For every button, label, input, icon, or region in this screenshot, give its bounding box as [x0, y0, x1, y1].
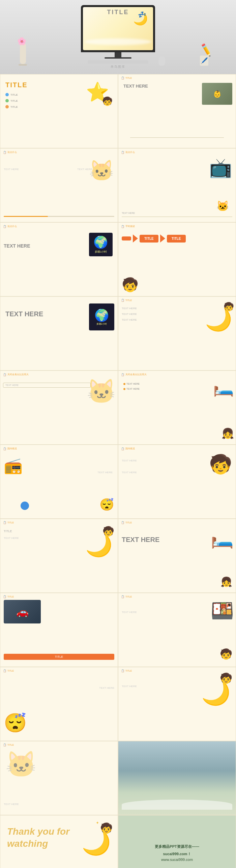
slide-row-9: 📋 TITLE 😴 TEXT HERE 📋 TITLE TEXT HERE 🌙 …: [0, 667, 236, 741]
monitor-label: 单鸟图库: [111, 65, 125, 69]
photo-content: 👶: [202, 83, 232, 105]
girl-14: 👧: [220, 576, 232, 587]
slide12-text1: TEXT HERE: [122, 457, 137, 463]
slide-title-list: TITLE TITLE TITLE TITLE ⭐ 🧒: [0, 74, 118, 148]
person-slide12: 🧒: [209, 453, 232, 475]
slide1-item1: TITLE: [5, 93, 18, 96]
slide1-title-box: TITLE: [5, 81, 28, 89]
slide-row-11: Thank you for watching 🌙 🧒 ✦ ✦ 更多精品PPT资源…: [0, 815, 236, 868]
slide-bed-bullets: 📋 关闭全美出以后用大 TEXT HERE TEXT HERE 🛏️ 👧: [118, 371, 236, 444]
slide16-label: 📋 TITLE: [121, 595, 132, 598]
slide-tv-cat: 📋 说点什么 📺 🐱 TEXT HERE: [118, 148, 236, 222]
bullet-2: TEXT HERE: [123, 388, 140, 390]
slide-buttons: 📋 平时描述 TITLE TITLE 🧒: [118, 222, 236, 297]
slide-globe: 📋 说点什么 🌍 多睡1小时 TEXT HERE: [0, 222, 118, 297]
slide10-label: 📋 关闭全美出以后用大: [121, 373, 147, 376]
globe-image: 🌍 多睡1小时: [89, 233, 113, 256]
website-line1: 更多精品PPT资源尽在——sucai999.com！: [148, 843, 206, 858]
slide-moon-right2: 📋 TITLE TEXT HERE 🌙 🧒: [118, 667, 236, 741]
slide15-label: 📋 TITLE: [3, 595, 14, 598]
slide13-label: 📋 TITLE: [3, 521, 14, 524]
bed-deco-14: 🛏️: [211, 527, 234, 549]
slide16-text: TEXT HERE: [122, 608, 137, 614]
slide17-label: 📋 TITLE: [3, 669, 14, 672]
slide-person-text: 📋 国内情况 TEXT HERE TEXT HERE 🧒: [118, 444, 236, 519]
slide19-text: TEXT HERE: [4, 800, 19, 806]
bullet-1: TEXT HERE: [123, 383, 140, 385]
tv-illustration: 📺: [209, 157, 232, 179]
slide-sleeping-baby: 📋 TITLE 😴 TEXT HERE: [0, 667, 118, 741]
slide5-label: 📋 说点什么: [3, 225, 17, 228]
slide17-text: TEXT HERE: [99, 684, 114, 690]
sleep-text-cn: 多睡1小时: [95, 250, 107, 254]
slide4-label: 📋 说点什么: [121, 151, 135, 154]
slide-website: 更多精品PPT资源尽在——sucai999.com！ www.sucai999.…: [118, 815, 236, 868]
slide14-label: 📋 TITLE: [121, 521, 132, 524]
arrow-2: [160, 235, 165, 243]
vase-decoration-left: 🌸: [19, 44, 27, 66]
slide-row-10: 📋 TITLE 🐱 TEXT HERE 📋 TITLE: [0, 741, 236, 815]
slide2-photo: 👶: [202, 83, 232, 105]
monitor-base: [105, 57, 131, 59]
slide-row-7: 📋 TITLE TITLE TEXT HERE 🌙 🧒 📋 TITLE TEXT…: [0, 519, 236, 593]
slide3-text-left: TEXT HERE: [4, 165, 19, 172]
monitor: TITLE 🌙 💤 单鸟图库: [81, 5, 155, 69]
slide12-text2: TEXT HERE: [122, 468, 137, 474]
slide1-item3: TITLE: [5, 105, 18, 108]
slide8-label: 📋 TITLE: [121, 299, 132, 302]
slide-text-photo: 📋 TITLE TEXT HERE 👶: [118, 74, 236, 148]
person-food-16: 🍱: [211, 600, 234, 622]
blue-circle: [21, 501, 29, 510]
slide4-text: TEXT HERE: [122, 209, 195, 215]
slide9-textbox: TEXT HERE: [3, 383, 91, 388]
slide-large-text-bed: 📋 TITLE TEXT HERE 🛏️ 👧: [118, 519, 236, 593]
slide13-title-sm: TITLE: [4, 527, 12, 533]
slide1-menu: TITLE TITLE TITLE: [5, 93, 18, 111]
slide6-buttons: TITLE TITLE: [122, 235, 186, 243]
arrow-1: [133, 235, 138, 243]
slide-thankyou: Thank you for watching 🌙 🧒 ✦ ✦: [0, 815, 118, 868]
keyboard: [88, 60, 148, 64]
person-reading: 🧒: [122, 277, 139, 293]
slide1-title: TITLE: [5, 81, 28, 89]
slide11-label: 📋 国内情况: [3, 447, 17, 450]
sleeping-baby-17: 😴: [4, 712, 27, 734]
sleep-person-11: 😴: [99, 498, 114, 512]
slide12-label: 📋 国内情况: [121, 447, 135, 450]
child-moon-8: 🧒: [224, 302, 234, 312]
website-line2: www.sucai999.com: [148, 858, 206, 862]
slide-moon-small: 📋 TITLE TITLE TEXT HERE 🌙 🧒: [0, 519, 118, 593]
street-title-banner: TITLE: [4, 654, 114, 660]
slide-moon-text: 📋 TITLE TEXT HERE TEXT HERE TEXT HERE 🌙 …: [118, 297, 236, 371]
monitor-screen: TITLE 🌙 💤: [83, 7, 153, 50]
slide3-label: 📋 说点什么: [3, 151, 17, 154]
child-18: 🧒: [220, 672, 232, 684]
slide1-item2: TITLE: [5, 99, 18, 102]
slide19-label: 📋 TITLE: [3, 743, 14, 746]
monitor-screen-outer: TITLE 🌙 💤: [81, 5, 155, 52]
slide18-text: TEXT HERE: [122, 682, 137, 688]
slide-row-3: 📋 说点什么 🌍 多睡1小时 TEXT HERE 📋 平时描述: [0, 222, 236, 297]
slide6-btn1: TITLE: [140, 235, 158, 243]
slide-nature-photo: 📋 TITLE: [118, 741, 236, 815]
slide-cat-text: 📋 说点什么 TEXT HERE 🐱 TEXT HERE: [0, 148, 118, 222]
mouse: [158, 56, 165, 66]
slide-row-8: 📋 TITLE 🚗 TITLE 📋 TITLE 🍱 🧒 TEXT HERE: [0, 593, 236, 667]
baby-on-star: 🧒: [102, 96, 113, 106]
cat-outline-deco: 🐱: [89, 159, 114, 183]
boombox-icon: 📻: [4, 457, 23, 474]
slide9-label: 📋 关闭全美出以后用大: [3, 373, 29, 376]
slide-row-2: 📋 说点什么 TEXT HERE 🐱 TEXT HERE 📋 说点什么: [0, 148, 236, 222]
slide6-btn-outline: [122, 237, 131, 241]
slide14-text: TEXT HERE: [122, 536, 159, 544]
bullet-dot-1: [123, 383, 125, 385]
monitor-neck: [115, 52, 121, 57]
monitor-title: TITLE: [107, 9, 129, 16]
icon-orange-1: [5, 105, 9, 108]
slide3-progress-fill: [4, 216, 48, 217]
child-moon-13: 🧒: [102, 526, 114, 537]
slide-large-text: TEXT HERE 🌍 多睡1小时: [0, 297, 118, 371]
slide-row-1: TITLE TITLE TITLE TITLE ⭐ 🧒: [0, 74, 236, 148]
slide6-btn2: TITLE: [167, 235, 186, 243]
slide3-text-right: TEXT HERE: [77, 165, 92, 172]
